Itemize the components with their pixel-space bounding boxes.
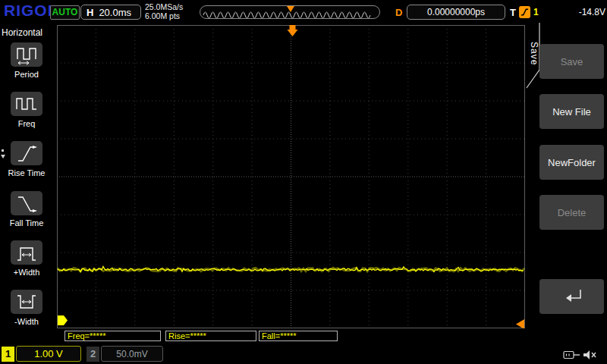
measurement-rise: Rise=***** bbox=[165, 331, 256, 341]
memory-depth: 6.00M pts bbox=[145, 11, 183, 20]
menu-item-label: Period bbox=[14, 70, 39, 79]
measurement-freq: Freq=***** bbox=[64, 331, 161, 341]
new-file-button[interactable]: New File bbox=[539, 94, 604, 129]
button-label: NewFolder bbox=[548, 157, 596, 168]
trigger-slope-icon bbox=[519, 6, 530, 18]
trigger-label: T bbox=[510, 7, 516, 18]
trigger-level-value: -14.8V bbox=[579, 7, 605, 17]
menu-item-plus-width[interactable]: +Width bbox=[5, 240, 49, 287]
oscilloscope-graticule bbox=[57, 25, 525, 328]
delay-value-box[interactable]: 0.00000000ps bbox=[407, 5, 505, 20]
delete-button[interactable]: Delete bbox=[539, 195, 604, 230]
channel-1-badge[interactable]: 1 bbox=[2, 347, 14, 362]
menu-item-freq[interactable]: Freq bbox=[5, 92, 49, 139]
delay-label: D bbox=[395, 7, 402, 18]
save-button[interactable]: Save bbox=[539, 44, 604, 79]
menu-item-fall-time[interactable]: Fall Time bbox=[5, 191, 49, 238]
menu-scroll-indicator bbox=[2, 149, 4, 152]
delay-value: 0.00000000ps bbox=[427, 7, 485, 17]
acquisition-info: 25.0MSa/s 6.00M pts bbox=[145, 2, 183, 20]
channel-2-scale[interactable]: 50.0mV bbox=[101, 346, 163, 362]
menu-item-minus-width[interactable]: -Width bbox=[5, 290, 49, 337]
menu-item-period[interactable]: Period bbox=[5, 42, 49, 89]
preview-trigger-position-icon[interactable] bbox=[287, 6, 294, 12]
channel-2-badge[interactable]: 2 bbox=[86, 347, 99, 362]
measurement-fall: Fall=***** bbox=[259, 331, 338, 341]
horizontal-timebase-box[interactable]: H 20.0ms bbox=[80, 5, 141, 20]
period-icon bbox=[15, 43, 38, 66]
speaker-muted-icon bbox=[583, 348, 598, 362]
menu-item-rise-time[interactable]: Rise Time bbox=[5, 141, 49, 188]
minus-width-icon bbox=[15, 290, 38, 313]
trigger-status[interactable]: T 1 -14.8V bbox=[510, 5, 605, 20]
button-label: Delete bbox=[558, 207, 587, 218]
channel-1-scale[interactable]: 1.00 V bbox=[16, 346, 81, 362]
rise-time-icon bbox=[15, 142, 38, 165]
trigger-source: 1 bbox=[533, 7, 539, 17]
enter-button[interactable] bbox=[539, 279, 604, 314]
enter-arrow-icon bbox=[558, 285, 587, 308]
new-folder-button[interactable]: NewFolder bbox=[539, 145, 604, 180]
menu-item-label: -Width bbox=[14, 317, 39, 326]
menu-item-label: Rise Time bbox=[8, 168, 46, 177]
button-label: New File bbox=[552, 106, 591, 118]
button-label: Save bbox=[561, 56, 583, 67]
timebase-value: 20.0ms bbox=[99, 7, 131, 18]
h-label: H bbox=[86, 7, 93, 18]
left-menu-title: Horizontal bbox=[2, 27, 42, 38]
freq-icon bbox=[15, 93, 38, 115]
sample-rate: 25.0MSa/s bbox=[145, 2, 183, 11]
run-status-badge: AUTO bbox=[50, 5, 80, 20]
fall-time-icon bbox=[15, 192, 38, 215]
menu-item-label: Freq bbox=[18, 119, 36, 128]
menu-item-label: Fall Time bbox=[10, 218, 44, 228]
plus-width-icon bbox=[15, 241, 38, 264]
menu-item-label: +Width bbox=[14, 268, 40, 277]
usb-icon bbox=[563, 348, 580, 362]
menu-tab-save: Save bbox=[528, 32, 539, 76]
waveform-preview-bar[interactable] bbox=[200, 5, 380, 19]
